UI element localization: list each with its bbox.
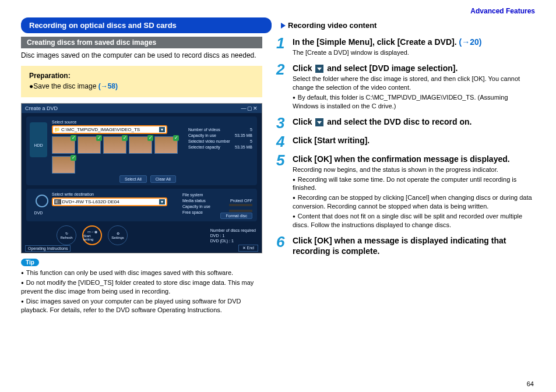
select-all-button[interactable]: Select All (119, 175, 147, 183)
end-button[interactable]: ✕ End (238, 245, 258, 252)
preparation-title: Preparation: (29, 72, 254, 80)
drive-letter: E: (54, 199, 61, 204)
ss-dest-info: File system Media statusProtect OFF Capa… (182, 192, 252, 215)
app-screenshot: Create a DVD —▢✕ HDD Select source 📁 C:\… (21, 103, 262, 253)
dropdown-icon (315, 118, 323, 126)
step-number: 2 (276, 62, 293, 112)
ss-source-panel: HDD Select source 📁 C:\MC_TMP\DVD_IMAGE\… (26, 116, 257, 185)
step-4: 4 Click [Start writing]. (276, 135, 535, 149)
step-6: 6 Click [OK] when a message is displayed… (276, 235, 535, 257)
step-number: 5 (276, 153, 293, 231)
step-5-bullet: Recording will take some time. Do not op… (293, 175, 535, 193)
ss-drive-text: DVD+-RW TS-L632D DE04 (62, 199, 159, 204)
ss-info-label: File system (182, 192, 203, 198)
step-5-bullet: Content that does not fit on a single di… (293, 212, 535, 229)
ss-thumb[interactable] (154, 136, 178, 154)
step-3-title: Click and select the DVD disc to record … (293, 116, 535, 127)
ss-drive-dropdown[interactable]: E: DVD+-RW TS-L632D DE04 ▾ (52, 197, 167, 206)
step-1-title: In the [Simple Menu], click [Create a DV… (293, 37, 535, 47)
ss-thumb[interactable] (103, 136, 126, 154)
tip-item: This function can only be used with disc… (21, 269, 262, 277)
dvd-label: DVD (34, 211, 43, 215)
ss-source-info: Number of videos5 Capacity in use53.35 M… (188, 127, 252, 150)
prep-crossref-link[interactable]: (→58) (98, 82, 118, 90)
step-2: 2 Click and select [DVD image selection]… (276, 63, 535, 112)
triangle-right-icon (281, 23, 286, 29)
step-2-sub: Select the folder where the disc image i… (293, 75, 535, 92)
page-number: 64 (527, 380, 534, 387)
ss-thumbnails-row2 (52, 156, 254, 174)
ss-thumb[interactable] (52, 156, 75, 174)
step-5: 5 Click [OK] when the confirmation messa… (276, 154, 535, 231)
preparation-box: Preparation: ●Save the disc image (→58) (21, 66, 262, 97)
intro-text: Disc images saved on the computer can be… (21, 51, 262, 60)
start-writing-button[interactable]: ▭→◉Start writing (82, 225, 102, 245)
step-5-bullets: Recording will take some time. Do not op… (293, 175, 535, 229)
step-3: 3 Click and select the DVD disc to recor… (276, 116, 535, 130)
dropdown-icon (315, 65, 323, 73)
ss-info-value: 5 (250, 139, 252, 144)
step-6-title: Click [OK] when a message is displayed i… (293, 235, 535, 256)
crossref-link[interactable]: (→20) (459, 37, 482, 47)
prep-item-text: Save the disc image (33, 82, 96, 90)
step-5-title: Click [OK] when the confirmation message… (293, 154, 535, 164)
hdd-icon: HDD (30, 122, 47, 157)
refresh-button[interactable]: ↻Refresh (57, 225, 76, 245)
ss-info-label: Selected video number (188, 139, 230, 144)
tip-item: Do not modify the [VIDEO_TS] folder crea… (21, 278, 262, 296)
ss-info-label: Selected capacity (188, 144, 220, 150)
ss-window-buttons[interactable]: —▢✕ (241, 105, 258, 111)
step-number: 1 (276, 36, 293, 58)
step-number: 3 (276, 115, 293, 130)
step-2-bullets: By default, this folder is C:\MC_TMP\DVD… (293, 93, 535, 111)
ss-info-label: Capacity in use (182, 204, 210, 210)
step-1: 1 In the [Simple Menu], click [Create a … (276, 37, 535, 58)
ss-thumb[interactable] (52, 136, 75, 154)
ss-action-row: ↻Refresh ▭→◉Start writing ⚙Settings Numb… (22, 224, 262, 247)
ss-window-title: Create a DVD (25, 105, 58, 111)
discs-required: Number of discs required DVD : 1 DVD (DL… (210, 228, 256, 243)
step-5-bullet: Recording can be stopped by clicking [Ca… (293, 193, 535, 211)
preparation-item: ●Save the disc image (→58) (29, 82, 254, 90)
header-advanced-features[interactable]: Advanced Features (21, 7, 535, 15)
ss-info-value: 53.35 MB (235, 144, 252, 150)
ss-source-path-dropdown[interactable]: 📁 C:\MC_TMP\DVD_IMAGE\VIDEO_TS ▾ (52, 125, 167, 134)
topbar-right-text: Recording video content (288, 21, 376, 30)
topbar-title-right: Recording video content (272, 21, 376, 30)
ss-info-label: Number of videos (188, 127, 220, 133)
ss-info-value: 5 (250, 127, 252, 133)
ss-destination-panel: DVD Select write destination E: DVD+-RW … (26, 189, 257, 221)
step-5-sub: Recording now begins, and the status is … (293, 165, 535, 174)
tip-item: Disc images saved on your computer can b… (21, 297, 262, 315)
ss-info-value: Protect OFF (230, 198, 252, 204)
sub-heading: Creating discs from saved disc images (21, 37, 262, 48)
step-2-title: Click and select [DVD image selection]. (293, 63, 535, 73)
step-2-bullet: By default, this folder is C:\MC_TMP\DVD… (293, 93, 535, 111)
top-bar: Recording on optical discs and SD cards … (21, 17, 535, 33)
ss-source-path-text: C:\MC_TMP\DVD_IMAGE\VIDEO_TS (61, 127, 159, 132)
step-1-sub: The [Create a DVD] window is displayed. (293, 48, 535, 57)
ss-titlebar: Create a DVD —▢✕ (22, 104, 262, 113)
clear-all-button[interactable]: Clear All (150, 175, 176, 183)
tip-list: This function can only be used with disc… (21, 269, 262, 314)
ss-info-label: Media status (182, 198, 206, 204)
ss-info-label: Free space (182, 210, 203, 216)
ss-info-label: Capacity in use (188, 133, 216, 139)
chevron-down-icon: ▾ (159, 199, 165, 204)
ss-thumb[interactable] (78, 136, 101, 154)
settings-button[interactable]: ⚙Settings (108, 225, 128, 245)
ss-select-source-label: Select source (52, 120, 254, 124)
tip-badge: Tip (21, 259, 39, 266)
dvd-icon: DVD (30, 192, 47, 216)
chevron-down-icon: ▾ (159, 127, 165, 132)
format-disc-button[interactable]: Format disc (220, 213, 252, 219)
ss-info-value: 53.35 MB (235, 133, 252, 139)
step-4-title: Click [Start writing]. (293, 135, 535, 146)
topbar-title-left: Recording on optical discs and SD cards (21, 17, 272, 33)
capacity-bar (229, 204, 252, 206)
step-number: 6 (276, 234, 293, 257)
operating-instructions-button[interactable]: Operating Instructions (25, 245, 71, 252)
step-number: 4 (276, 134, 293, 149)
ss-thumb[interactable] (129, 136, 152, 154)
freespace-bar (229, 210, 252, 212)
